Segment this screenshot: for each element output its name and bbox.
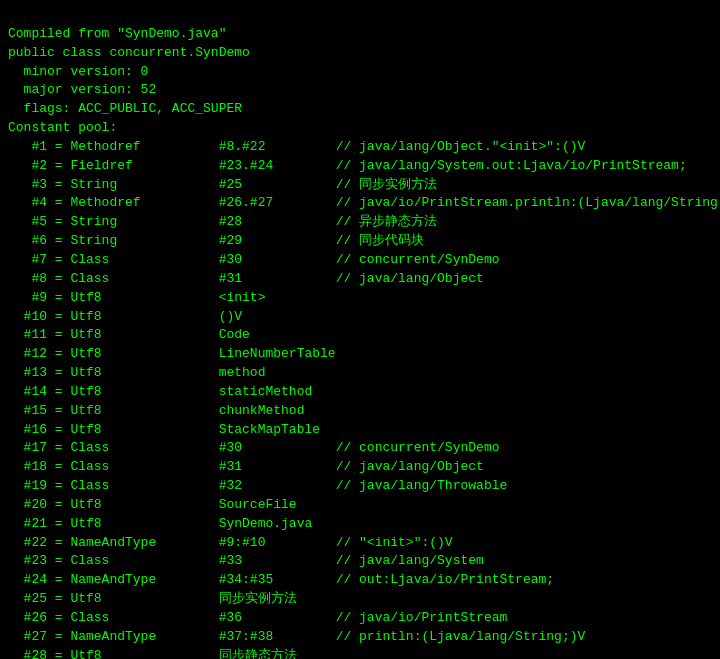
code-line: #23 = Class #33 // java/lang/System xyxy=(8,552,712,571)
code-line: #3 = String #25 // 同步实例方法 xyxy=(8,176,712,195)
code-line: #17 = Class #30 // concurrent/SynDemo xyxy=(8,439,712,458)
code-line: #11 = Utf8 Code xyxy=(8,326,712,345)
code-line: Compiled from "SynDemo.java" xyxy=(8,25,712,44)
code-line: #13 = Utf8 method xyxy=(8,364,712,383)
code-line: #22 = NameAndType #9:#10 // "<init>":()V xyxy=(8,534,712,553)
code-line: #27 = NameAndType #37:#38 // println:(Lj… xyxy=(8,628,712,647)
code-line: flags: ACC_PUBLIC, ACC_SUPER xyxy=(8,100,712,119)
code-line: #12 = Utf8 LineNumberTable xyxy=(8,345,712,364)
bytecode-output: Compiled from "SynDemo.java"public class… xyxy=(8,6,712,659)
code-line: Constant pool: xyxy=(8,119,712,138)
code-line: #4 = Methodref #26.#27 // java/io/PrintS… xyxy=(8,194,712,213)
code-line: minor version: 0 xyxy=(8,63,712,82)
code-line: #7 = Class #30 // concurrent/SynDemo xyxy=(8,251,712,270)
code-line: #26 = Class #36 // java/io/PrintStream xyxy=(8,609,712,628)
code-line: #15 = Utf8 chunkMethod xyxy=(8,402,712,421)
code-line: #2 = Fieldref #23.#24 // java/lang/Syste… xyxy=(8,157,712,176)
code-line: #14 = Utf8 staticMethod xyxy=(8,383,712,402)
code-line: #10 = Utf8 ()V xyxy=(8,308,712,327)
code-line: #25 = Utf8 同步实例方法 xyxy=(8,590,712,609)
code-line: #1 = Methodref #8.#22 // java/lang/Objec… xyxy=(8,138,712,157)
code-line: #19 = Class #32 // java/lang/Throwable xyxy=(8,477,712,496)
code-line: #28 = Utf8 同步静态方法 xyxy=(8,647,712,659)
code-line: #21 = Utf8 SynDemo.java xyxy=(8,515,712,534)
code-line: public class concurrent.SynDemo xyxy=(8,44,712,63)
code-line: #16 = Utf8 StackMapTable xyxy=(8,421,712,440)
code-line: #8 = Class #31 // java/lang/Object xyxy=(8,270,712,289)
code-line: major version: 52 xyxy=(8,81,712,100)
code-line: #18 = Class #31 // java/lang/Object xyxy=(8,458,712,477)
code-line: #5 = String #28 // 异步静态方法 xyxy=(8,213,712,232)
code-line: #20 = Utf8 SourceFile xyxy=(8,496,712,515)
code-line: #24 = NameAndType #34:#35 // out:Ljava/i… xyxy=(8,571,712,590)
code-line: #9 = Utf8 <init> xyxy=(8,289,712,308)
code-line: #6 = String #29 // 同步代码块 xyxy=(8,232,712,251)
